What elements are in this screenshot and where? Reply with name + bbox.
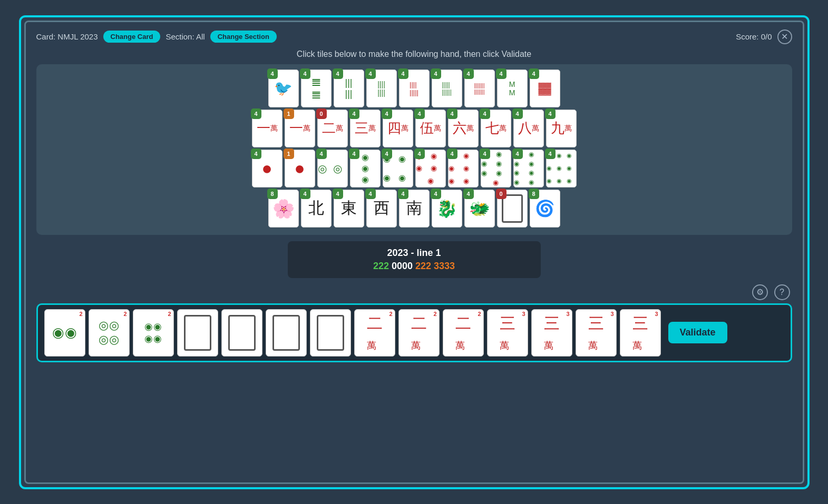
char-1b-wrapper: 1 1 一萬	[285, 110, 315, 147]
count-badge: 4	[300, 189, 310, 199]
tile-group-7: 4 7 ||||||||||||||	[464, 70, 495, 107]
tile-wrapper: 4 6 |||||||||||	[432, 70, 462, 107]
tile-group-3: 4 3 ||||||	[334, 70, 364, 107]
circle-2-wrapper: 4 2 ◎◎	[317, 150, 348, 187]
count-badge: 4	[349, 108, 359, 119]
hand-blank-4-tile[interactable]	[310, 309, 351, 357]
hand-char-2c-tile[interactable]: 2 二萬	[443, 309, 484, 357]
count-badge: 4	[382, 149, 392, 159]
help-button[interactable]: ?	[774, 284, 790, 300]
char-5-wrapper: 4 5 伍萬	[415, 110, 446, 147]
count-badge: 4	[414, 108, 425, 119]
count-badge: 4	[251, 108, 261, 119]
tile-grid-area: 4 1 🐦 4 2 𝌆𝌆	[36, 64, 792, 235]
green-dragon-wrapper: 4 G 🐉	[432, 190, 462, 228]
count-badge-red: 0	[316, 108, 327, 119]
count-badge: 4	[300, 68, 310, 79]
count-badge: 4	[398, 189, 408, 199]
hand-blank-2-tile[interactable]	[221, 309, 262, 357]
hand-char-2a-tile[interactable]: 2 二萬	[354, 309, 395, 357]
validate-button[interactable]: Validate	[668, 322, 727, 343]
circle-1b-wrapper: 1 1 ●	[285, 150, 315, 187]
east-wrapper: 4 E 東	[334, 190, 364, 228]
circle-6-wrapper: 4 6 ◉◉◉◉◉◉	[448, 150, 479, 187]
char-1-wrapper: 4 1 一萬	[252, 110, 283, 147]
char-4-wrapper: 4 4 四萬	[383, 110, 413, 147]
circle-1-wrapper: 4 1 ●	[252, 150, 283, 187]
bottom-controls: ⚙ ?	[36, 284, 792, 300]
count-badge: 4	[382, 108, 392, 119]
count-badge: 4	[545, 108, 556, 119]
change-card-button[interactable]: Change Card	[103, 31, 161, 43]
tile-wrapper: 4 3 ||||||	[334, 70, 364, 107]
wind-row: 8 1 🌸 4 N 北 4 E	[44, 190, 785, 228]
south-wrapper: 4 5 南	[399, 190, 430, 228]
count-badge: 8	[267, 189, 278, 199]
count-badge: 4	[365, 68, 376, 79]
tile-wrapper: 4 8 MM	[497, 70, 528, 107]
count-badge: 4	[529, 68, 539, 79]
count-badge: 4	[447, 108, 457, 119]
flower-wrapper: 8 1 🌸	[268, 190, 299, 228]
count-badge: 4	[480, 149, 490, 159]
red-dragon-wrapper: 4 R 🐲	[464, 190, 495, 228]
hand-tiles-area: 2 ◉◉ 2 ◎◎◎◎ 2 ◉◉◉◉	[36, 303, 792, 362]
char-8-wrapper: 4 8 八萬	[513, 110, 544, 147]
header-right: Score: 0/0 ✕	[736, 29, 792, 44]
hand-char-2b-tile[interactable]: 2 二萬	[398, 309, 440, 357]
count-badge: 4	[365, 189, 376, 199]
circle-3-wrapper: 4 3 ◉◉◉	[350, 150, 381, 187]
hand-char-3b-tile[interactable]: 3 三萬	[531, 309, 572, 357]
joker-wrapper: 8 JOKER 🌀	[530, 190, 560, 228]
hand-circle-1-tile[interactable]: 2 ◉◉	[44, 309, 85, 357]
hand-part1: 222	[373, 261, 389, 271]
header: Card: NMJL 2023 Change Card Section: All…	[36, 29, 792, 44]
hand-blank-3-tile[interactable]	[266, 309, 307, 357]
count-badge: 4	[333, 68, 343, 79]
count-badge: 4	[414, 149, 425, 159]
west-wrapper: 4 W 西	[366, 190, 397, 228]
hand-blank-1-tile[interactable]	[177, 309, 218, 357]
tile-group-4: 4 4 ||||||||	[366, 70, 397, 107]
bamboo-row: 4 1 🐦 4 2 𝌆𝌆	[44, 70, 785, 107]
tile-wrapper: 4 1 🐦	[268, 70, 299, 107]
count-badge: 4	[545, 149, 556, 159]
hand-circle-3-tile[interactable]: 2 ◉◉◉◉	[133, 309, 174, 357]
instruction-text: Click tiles below to make the following …	[36, 50, 792, 59]
count-badge: 4	[463, 68, 474, 79]
tile-group-2: 4 2 𝌆𝌆	[301, 70, 332, 107]
count-badge: 4	[512, 108, 523, 119]
hand-char-3a-tile[interactable]: 3 三萬	[487, 309, 528, 357]
tile-wrapper: 4 5 |||||||||	[399, 70, 430, 107]
hand-part3: 222 3333	[415, 261, 455, 271]
count-badge: 4	[333, 189, 343, 199]
hand-char-3c-tile[interactable]: 3 三萬	[576, 309, 617, 357]
inner-frame: Card: NMJL 2023 Change Card Section: All…	[24, 21, 804, 484]
change-section-button[interactable]: Change Section	[210, 31, 277, 43]
tile-group-9: 4 9 ▓▓▓▓▓▓	[530, 70, 560, 107]
tile-group-8: 4 8 MM	[497, 70, 528, 107]
tile-wrapper: 4 4 ||||||||	[366, 70, 397, 107]
count-badge: 4	[496, 68, 506, 79]
tile-wrapper: 4 2 𝌆𝌆	[301, 70, 332, 107]
count-badge: 4	[512, 149, 523, 159]
count-badge: 8	[529, 189, 539, 199]
north-wrapper: 4 N 北	[301, 190, 332, 228]
blank-wrapper: 0	[497, 190, 528, 228]
hand-char-3d-tile[interactable]: 3 三萬	[620, 309, 661, 357]
header-left: Card: NMJL 2023 Change Card Section: All…	[36, 31, 277, 43]
count-badge: 4	[431, 189, 441, 199]
tile-wrapper: 4 7 ||||||||||||||	[464, 70, 495, 107]
section-label: Section: All	[165, 32, 204, 41]
hand-circle-2-tile[interactable]: 2 ◎◎◎◎	[89, 309, 130, 357]
close-button[interactable]: ✕	[777, 29, 792, 44]
hand-part2: 0000	[392, 261, 415, 271]
char-2-wrapper: 0 2 二萬	[317, 110, 348, 147]
count-badge-orange: 1	[284, 149, 294, 159]
hand-display: 2023 - line 1 222 0000 222 3333	[288, 241, 541, 278]
count-badge: 4	[447, 149, 457, 159]
circle-9-wrapper: 4 9 ◉◉◉◉◉◉◉◉◉	[546, 150, 577, 187]
count-badge: 4	[251, 149, 261, 159]
circle-4-wrapper: 4 4 ◉◉◉◉	[383, 150, 413, 187]
settings-button[interactable]: ⚙	[752, 284, 768, 300]
